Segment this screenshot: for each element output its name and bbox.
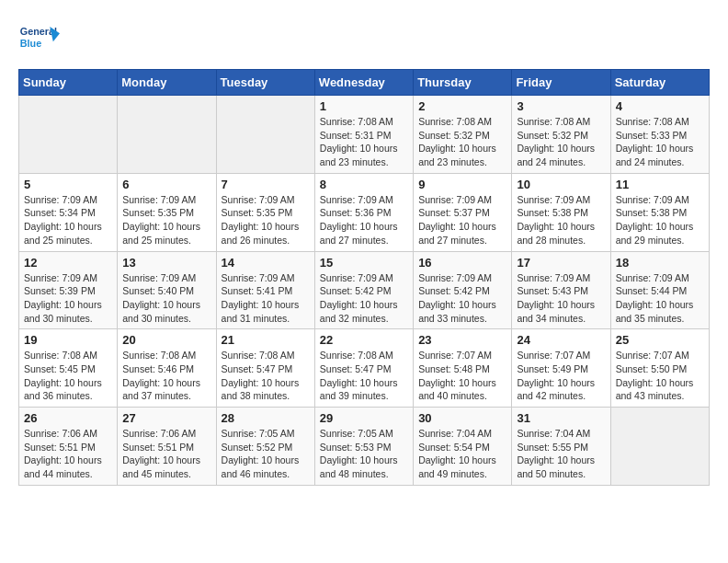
day-cell: 17Sunrise: 7:09 AMSunset: 5:43 PMDayligh… (512, 251, 610, 329)
day-info: Sunrise: 7:07 AMSunset: 5:48 PMDaylight:… (418, 349, 506, 403)
day-info: Sunrise: 7:09 AMSunset: 5:38 PMDaylight:… (517, 193, 605, 247)
day-cell: 22Sunrise: 7:08 AMSunset: 5:47 PMDayligh… (314, 329, 413, 408)
day-header-tuesday: Tuesday (216, 70, 314, 96)
day-number: 30 (418, 411, 506, 425)
day-cell: 14Sunrise: 7:09 AMSunset: 5:41 PMDayligh… (216, 251, 314, 329)
day-info: Sunrise: 7:08 AMSunset: 5:31 PMDaylight:… (320, 115, 408, 169)
day-number: 21 (222, 333, 310, 347)
day-cell: 2Sunrise: 7:08 AMSunset: 5:32 PMDaylight… (414, 96, 512, 174)
week-row-3: 12Sunrise: 7:09 AMSunset: 5:39 PMDayligh… (19, 251, 710, 329)
day-cell: 7Sunrise: 7:09 AMSunset: 5:35 PMDaylight… (216, 173, 314, 251)
calendar-header: SundayMondayTuesdayWednesdayThursdayFrid… (19, 70, 710, 96)
day-number: 19 (24, 333, 112, 347)
day-number: 2 (418, 99, 506, 113)
day-cell: 4Sunrise: 7:08 AMSunset: 5:33 PMDaylight… (610, 96, 709, 174)
day-cell (19, 96, 118, 174)
days-of-week-row: SundayMondayTuesdayWednesdayThursdayFrid… (19, 70, 710, 96)
day-cell: 30Sunrise: 7:04 AMSunset: 5:54 PMDayligh… (414, 408, 512, 486)
day-info: Sunrise: 7:08 AMSunset: 5:46 PMDaylight:… (122, 349, 210, 403)
day-header-saturday: Saturday (610, 70, 709, 96)
day-cell: 27Sunrise: 7:06 AMSunset: 5:51 PMDayligh… (118, 408, 216, 486)
day-info: Sunrise: 7:06 AMSunset: 5:51 PMDaylight:… (122, 427, 210, 481)
day-number: 14 (222, 256, 310, 270)
day-info: Sunrise: 7:08 AMSunset: 5:32 PMDaylight:… (517, 115, 605, 169)
day-info: Sunrise: 7:09 AMSunset: 5:35 PMDaylight:… (222, 193, 310, 247)
day-number: 22 (320, 333, 408, 347)
day-number: 6 (122, 178, 210, 191)
day-info: Sunrise: 7:08 AMSunset: 5:47 PMDaylight:… (222, 349, 310, 403)
week-row-4: 19Sunrise: 7:08 AMSunset: 5:45 PMDayligh… (19, 329, 710, 408)
week-row-1: 1Sunrise: 7:08 AMSunset: 5:31 PMDaylight… (19, 96, 710, 174)
day-number: 15 (320, 256, 408, 270)
day-info: Sunrise: 7:08 AMSunset: 5:32 PMDaylight:… (418, 115, 506, 169)
day-number: 29 (320, 411, 408, 425)
day-info: Sunrise: 7:09 AMSunset: 5:42 PMDaylight:… (320, 271, 408, 326)
day-info: Sunrise: 7:08 AMSunset: 5:45 PMDaylight:… (24, 349, 112, 403)
day-cell: 20Sunrise: 7:08 AMSunset: 5:46 PMDayligh… (118, 329, 216, 408)
day-cell (610, 408, 709, 486)
day-cell: 18Sunrise: 7:09 AMSunset: 5:44 PMDayligh… (610, 251, 709, 329)
day-cell (216, 96, 314, 174)
day-number: 11 (616, 178, 704, 191)
day-cell: 21Sunrise: 7:08 AMSunset: 5:47 PMDayligh… (216, 329, 314, 408)
day-header-thursday: Thursday (414, 70, 512, 96)
day-cell: 16Sunrise: 7:09 AMSunset: 5:42 PMDayligh… (414, 251, 512, 329)
calendar: SundayMondayTuesdayWednesdayThursdayFrid… (18, 69, 710, 486)
day-cell: 12Sunrise: 7:09 AMSunset: 5:39 PMDayligh… (19, 251, 118, 329)
day-number: 12 (24, 256, 112, 270)
day-number: 28 (222, 411, 310, 425)
day-number: 13 (122, 256, 210, 270)
day-info: Sunrise: 7:09 AMSunset: 5:36 PMDaylight:… (320, 193, 408, 247)
day-cell: 9Sunrise: 7:09 AMSunset: 5:37 PMDaylight… (414, 173, 512, 251)
day-info: Sunrise: 7:06 AMSunset: 5:51 PMDaylight:… (24, 427, 112, 481)
day-info: Sunrise: 7:09 AMSunset: 5:38 PMDaylight:… (616, 193, 704, 247)
day-cell: 24Sunrise: 7:07 AMSunset: 5:49 PMDayligh… (512, 329, 610, 408)
day-info: Sunrise: 7:04 AMSunset: 5:55 PMDaylight:… (517, 427, 605, 481)
day-cell: 26Sunrise: 7:06 AMSunset: 5:51 PMDayligh… (19, 408, 118, 486)
day-info: Sunrise: 7:09 AMSunset: 5:43 PMDaylight:… (517, 271, 605, 326)
day-number: 27 (122, 411, 210, 425)
day-cell: 3Sunrise: 7:08 AMSunset: 5:32 PMDaylight… (512, 96, 610, 174)
day-info: Sunrise: 7:08 AMSunset: 5:33 PMDaylight:… (616, 115, 704, 169)
calendar-body: 1Sunrise: 7:08 AMSunset: 5:31 PMDaylight… (19, 96, 710, 486)
day-cell: 11Sunrise: 7:09 AMSunset: 5:38 PMDayligh… (610, 173, 709, 251)
day-number: 20 (122, 333, 210, 347)
day-number: 18 (616, 256, 704, 270)
day-number: 3 (517, 99, 605, 113)
week-row-2: 5Sunrise: 7:09 AMSunset: 5:34 PMDaylight… (19, 173, 710, 251)
day-number: 10 (517, 178, 605, 191)
day-info: Sunrise: 7:09 AMSunset: 5:40 PMDaylight:… (122, 271, 210, 326)
day-cell: 10Sunrise: 7:09 AMSunset: 5:38 PMDayligh… (512, 173, 610, 251)
svg-text:Blue: Blue (20, 38, 41, 49)
day-info: Sunrise: 7:05 AMSunset: 5:52 PMDaylight:… (222, 427, 310, 481)
day-info: Sunrise: 7:09 AMSunset: 5:37 PMDaylight:… (418, 193, 506, 247)
header: General Blue (18, 18, 710, 60)
day-header-friday: Friday (512, 70, 610, 96)
day-number: 4 (616, 99, 704, 113)
day-header-wednesday: Wednesday (314, 70, 413, 96)
day-cell (118, 96, 216, 174)
day-cell: 5Sunrise: 7:09 AMSunset: 5:34 PMDaylight… (19, 173, 118, 251)
day-number: 5 (24, 178, 112, 191)
day-info: Sunrise: 7:04 AMSunset: 5:54 PMDaylight:… (418, 427, 506, 481)
day-cell: 28Sunrise: 7:05 AMSunset: 5:52 PMDayligh… (216, 408, 314, 486)
day-cell: 23Sunrise: 7:07 AMSunset: 5:48 PMDayligh… (414, 329, 512, 408)
day-info: Sunrise: 7:09 AMSunset: 5:34 PMDaylight:… (24, 193, 112, 247)
day-number: 25 (616, 333, 704, 347)
day-cell: 15Sunrise: 7:09 AMSunset: 5:42 PMDayligh… (314, 251, 413, 329)
day-number: 26 (24, 411, 112, 425)
logo-icon: General Blue (18, 18, 60, 60)
day-number: 24 (517, 333, 605, 347)
day-info: Sunrise: 7:09 AMSunset: 5:42 PMDaylight:… (418, 271, 506, 326)
day-info: Sunrise: 7:09 AMSunset: 5:44 PMDaylight:… (616, 271, 704, 326)
day-number: 17 (517, 256, 605, 270)
day-info: Sunrise: 7:09 AMSunset: 5:39 PMDaylight:… (24, 271, 112, 326)
day-cell: 25Sunrise: 7:07 AMSunset: 5:50 PMDayligh… (610, 329, 709, 408)
day-info: Sunrise: 7:08 AMSunset: 5:47 PMDaylight:… (320, 349, 408, 403)
day-header-sunday: Sunday (19, 70, 118, 96)
day-cell: 1Sunrise: 7:08 AMSunset: 5:31 PMDaylight… (314, 96, 413, 174)
day-cell: 29Sunrise: 7:05 AMSunset: 5:53 PMDayligh… (314, 408, 413, 486)
day-cell: 6Sunrise: 7:09 AMSunset: 5:35 PMDaylight… (118, 173, 216, 251)
day-number: 7 (222, 178, 310, 191)
day-number: 1 (320, 99, 408, 113)
